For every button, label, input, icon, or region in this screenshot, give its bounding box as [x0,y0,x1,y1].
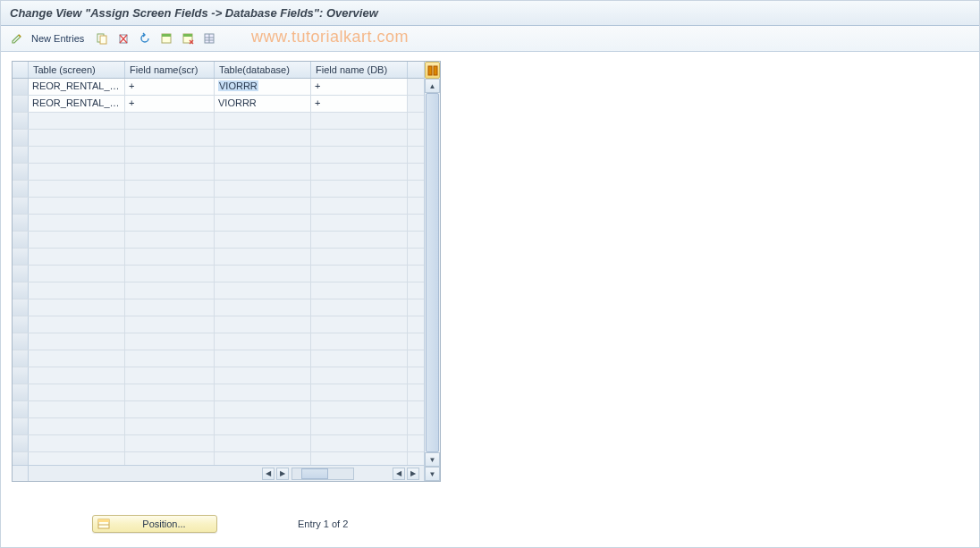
grid-cell[interactable] [311,384,408,400]
grid-cell[interactable] [215,215,311,231]
grid-cell[interactable] [311,418,408,434]
grid-cell[interactable] [215,147,311,163]
position-button[interactable]: Position... [92,515,217,533]
grid-cell[interactable] [311,130,408,146]
grid-cell[interactable] [29,181,125,197]
grid-cell[interactable] [215,350,311,367]
grid-cell[interactable] [125,435,215,451]
row-selector[interactable] [13,249,29,265]
grid-cell[interactable] [29,333,125,350]
vscroll-thumb[interactable] [426,93,439,452]
grid-cell[interactable] [311,299,408,316]
grid-cell[interactable] [29,350,125,367]
row-selector[interactable] [13,316,29,333]
grid-cell[interactable] [215,435,311,451]
grid-cell[interactable] [29,215,125,231]
row-selector[interactable] [13,79,29,95]
grid-cell[interactable] [215,299,311,316]
hscroll-next-icon[interactable]: ◀ [393,468,405,480]
grid-cell[interactable] [215,316,311,333]
hscroll-last-icon[interactable]: ▶ [407,468,419,480]
grid-cell[interactable] [125,452,215,465]
grid-cell[interactable] [29,266,125,282]
copy-icon[interactable] [93,30,111,47]
grid-cell[interactable] [215,113,311,129]
grid-cell[interactable] [125,384,215,400]
grid-cell[interactable] [311,316,408,333]
grid-cell[interactable] [311,164,408,180]
hscroll-first-icon[interactable]: ◀ [262,468,275,480]
grid-cell[interactable] [311,452,408,465]
grid-cell[interactable] [215,333,311,350]
row-selector[interactable] [13,452,29,465]
grid-cell[interactable] [29,435,125,451]
deselect-all-icon[interactable] [179,30,197,47]
grid-cell[interactable] [215,181,311,197]
grid-cell[interactable] [29,367,125,384]
grid-cell[interactable] [29,316,125,333]
grid-cell[interactable] [311,266,408,282]
grid-cell[interactable] [311,249,408,265]
grid-cell[interactable] [125,299,215,316]
row-selector[interactable] [13,367,29,384]
row-selector-header[interactable] [13,62,29,78]
row-selector[interactable] [13,181,29,197]
row-selector[interactable] [13,215,29,231]
new-entries-button[interactable]: New Entries [30,33,89,44]
grid-cell[interactable] [311,198,408,214]
grid-cell[interactable] [125,130,215,146]
hscroll-thumb[interactable] [301,468,328,479]
vscroll-track[interactable] [425,93,440,452]
grid-cell[interactable] [29,198,125,214]
grid-cell[interactable] [311,333,408,350]
grid-cell[interactable] [215,130,311,146]
grid-cell[interactable]: REOR_RENTAL_RE.. [29,79,125,95]
grid-cell[interactable]: + [311,96,408,112]
grid-cell[interactable] [215,266,311,282]
grid-cell[interactable] [215,249,311,265]
delete-icon[interactable] [114,30,132,47]
grid-cell[interactable] [125,282,215,299]
vscroll-down2-icon[interactable]: ▼ [425,467,440,481]
col-header-field-db[interactable]: Field name (DB) [311,62,408,78]
grid-cell[interactable] [215,282,311,299]
grid-cell[interactable] [311,147,408,163]
grid-cell[interactable] [125,316,215,333]
grid-cell[interactable] [29,113,125,129]
grid-cell[interactable] [215,401,311,417]
row-selector[interactable] [13,401,29,417]
grid-cell[interactable] [29,299,125,316]
grid-cell[interactable] [29,130,125,146]
grid-cell[interactable] [29,452,125,465]
toggle-change-icon[interactable] [8,30,26,47]
grid-cell[interactable] [29,401,125,417]
grid-cell[interactable]: + [311,79,408,95]
row-selector[interactable] [13,130,29,146]
row-selector[interactable] [13,266,29,282]
grid-cell[interactable] [215,367,311,384]
grid-cell[interactable] [125,164,215,180]
row-selector[interactable] [13,350,29,367]
row-selector[interactable] [13,435,29,451]
grid-cell[interactable] [311,435,408,451]
grid-cell[interactable]: VIORRR [215,96,311,112]
row-selector[interactable] [13,418,29,434]
grid-cell[interactable] [29,418,125,434]
grid-cell[interactable] [311,215,408,231]
vscroll-down-icon[interactable]: ▼ [425,452,440,467]
grid-cell[interactable] [311,113,408,129]
row-selector[interactable] [13,232,29,248]
grid-cell[interactable] [311,181,408,197]
grid-cell[interactable] [125,215,215,231]
grid-cell[interactable] [125,198,215,214]
grid-cell[interactable] [29,282,125,299]
vscroll-up-icon[interactable]: ▲ [425,79,440,93]
grid-cell[interactable] [215,164,311,180]
grid-cell[interactable] [125,113,215,129]
row-selector[interactable] [13,164,29,180]
grid-cell[interactable] [215,384,311,400]
grid-cell[interactable] [125,418,215,434]
grid-cell[interactable] [215,418,311,434]
col-header-field-scr[interactable]: Field name(scr) [125,62,215,78]
grid-cell[interactable]: + [125,79,215,95]
